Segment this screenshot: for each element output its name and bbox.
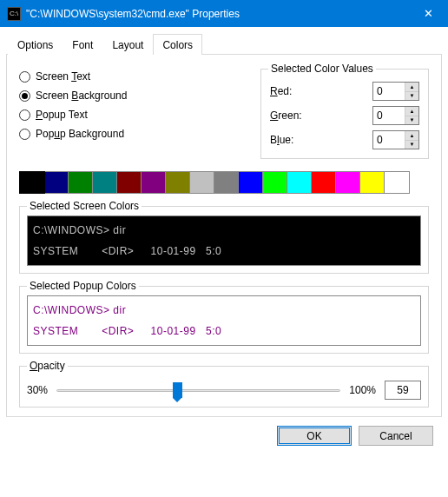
opacity-min: 30% bbox=[27, 384, 48, 396]
palette-swatch-0[interactable] bbox=[20, 172, 44, 193]
ok-button[interactable]: OK bbox=[277, 426, 352, 446]
close-button[interactable]: ✕ bbox=[408, 0, 448, 27]
palette-swatch-15[interactable] bbox=[385, 172, 409, 193]
green-spinner[interactable]: ▲▼ bbox=[372, 106, 419, 125]
palette-swatch-13[interactable] bbox=[336, 172, 360, 193]
palette-swatch-11[interactable] bbox=[287, 172, 312, 193]
screen-colors-title: Selected Screen Colors bbox=[27, 200, 142, 212]
palette-swatch-9[interactable] bbox=[239, 172, 263, 193]
opacity-max: 100% bbox=[349, 384, 376, 396]
dialog-buttons: OK Cancel bbox=[6, 417, 442, 458]
popup-colors-title: Selected Popup Colors bbox=[27, 280, 139, 292]
palette-swatch-3[interactable] bbox=[93, 172, 117, 193]
color-palette bbox=[19, 171, 410, 194]
radio-screen-background[interactable]: Screen Background bbox=[19, 89, 245, 102]
palette-swatch-4[interactable] bbox=[117, 172, 142, 193]
palette-swatch-6[interactable] bbox=[166, 172, 190, 193]
tab-font[interactable]: Font bbox=[63, 34, 102, 55]
tab-layout[interactable]: Layout bbox=[102, 34, 153, 55]
opacity-group: Opacity 30% 100% bbox=[19, 366, 429, 408]
palette-swatch-5[interactable] bbox=[142, 172, 166, 193]
color-values-title: Selected Color Values bbox=[268, 63, 376, 75]
blue-up[interactable]: ▲ bbox=[405, 131, 418, 141]
radio-screen-text[interactable]: Screen Text bbox=[19, 70, 245, 83]
opacity-slider[interactable] bbox=[56, 381, 340, 400]
blue-spinner[interactable]: ▲▼ bbox=[372, 130, 419, 149]
blue-down[interactable]: ▼ bbox=[405, 141, 418, 149]
tab-bar: Options Font Layout Colors bbox=[6, 33, 442, 55]
selected-color-values: Selected Color Values Red: ▲▼ Green: ▲▼ … bbox=[260, 69, 429, 159]
color-target-radios: Screen Text Screen Background Popup Text… bbox=[19, 69, 245, 159]
palette-swatch-8[interactable] bbox=[214, 172, 239, 193]
opacity-value[interactable] bbox=[385, 381, 421, 400]
green-down[interactable]: ▼ bbox=[405, 116, 418, 125]
blue-label: Blue: bbox=[270, 134, 293, 146]
opacity-title: Opacity bbox=[27, 360, 68, 372]
red-up[interactable]: ▲ bbox=[405, 83, 418, 92]
screen-colors-preview: C:\WINDOWS> dir SYSTEM <DIR> 10-01-99 5:… bbox=[27, 215, 421, 266]
red-label: Red: bbox=[270, 85, 292, 97]
red-down[interactable]: ▼ bbox=[405, 92, 418, 101]
radio-popup-background[interactable]: Popup Background bbox=[19, 128, 245, 140]
palette-swatch-12[interactable] bbox=[312, 172, 336, 193]
palette-swatch-1[interactable] bbox=[44, 172, 69, 193]
selected-popup-colors-group: Selected Popup Colors C:\WINDOWS> dir SY… bbox=[19, 286, 429, 354]
cancel-button[interactable]: Cancel bbox=[359, 426, 433, 446]
tab-options[interactable]: Options bbox=[8, 34, 63, 55]
green-up[interactable]: ▲ bbox=[405, 107, 418, 116]
cmd-icon: C:\ bbox=[7, 7, 21, 21]
radio-popup-text[interactable]: Popup Text bbox=[19, 109, 245, 121]
tab-colors[interactable]: Colors bbox=[153, 34, 202, 55]
popup-colors-preview: C:\WINDOWS> dir SYSTEM <DIR> 10-01-99 5:… bbox=[27, 295, 421, 346]
opacity-thumb[interactable] bbox=[173, 382, 182, 398]
red-spinner[interactable]: ▲▼ bbox=[372, 82, 419, 101]
blue-input[interactable] bbox=[373, 131, 405, 149]
red-input[interactable] bbox=[373, 83, 405, 100]
green-label: Green: bbox=[270, 109, 302, 122]
titlebar: C:\ "C:\WINDOWS\system32\cmd.exe" Proper… bbox=[0, 0, 448, 27]
window-title: "C:\WINDOWS\system32\cmd.exe" Properties bbox=[26, 8, 408, 20]
selected-screen-colors-group: Selected Screen Colors C:\WINDOWS> dir S… bbox=[19, 206, 429, 274]
palette-swatch-10[interactable] bbox=[263, 172, 287, 193]
palette-swatch-14[interactable] bbox=[360, 172, 385, 193]
colors-panel: Screen Text Screen Background Popup Text… bbox=[6, 55, 442, 417]
green-input[interactable] bbox=[373, 107, 405, 124]
palette-swatch-7[interactable] bbox=[190, 172, 214, 193]
palette-swatch-2[interactable] bbox=[69, 172, 93, 193]
